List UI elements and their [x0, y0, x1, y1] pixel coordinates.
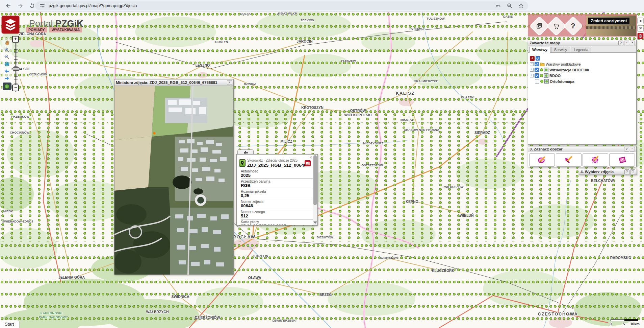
layer-checkbox[interactable] — [535, 73, 539, 78]
zoom-slider-handle[interactable] — [13, 67, 19, 71]
map-contents-panel: Zawartość mapy ? − × Warstwy Serwisy Leg… — [528, 40, 637, 145]
identify-info-icon[interactable] — [3, 83, 11, 90]
full-extent-globe-icon[interactable] — [3, 61, 11, 68]
thumbnail-popup-header[interactable]: Miniatura zdjęcia: ZDJ_2025_RGB_512_0064… — [114, 79, 233, 86]
feature-pin-button[interactable] — [239, 159, 246, 167]
select-photos-header[interactable]: 4. Wybierz zdjęcia ? □ — [579, 169, 637, 175]
site-info-icon[interactable] — [39, 3, 45, 9]
edge-record-button[interactable] — [637, 33, 644, 39]
feature-info-panel: × Skorowidz - Zdjęcia lotnicze 2025 ZDJ_… — [236, 154, 318, 226]
previous-view-icon[interactable] — [3, 68, 11, 75]
layer-checkbox[interactable] — [535, 79, 539, 84]
tab-serwisy[interactable]: Serwisy — [551, 47, 570, 52]
thumbnail-close-button[interactable]: × — [227, 80, 232, 85]
select-area-title: 3. Zaznacz obszar — [530, 147, 563, 151]
scale-bar: 0 5 10km — [608, 318, 643, 327]
layer-checkbox[interactable] — [535, 68, 539, 72]
photo-thumbnail-popup: Miniatura zdjęcia: ZDJ_2025_RGB_512_0064… — [114, 79, 234, 275]
feature-image-button[interactable] — [305, 160, 311, 166]
draw-freehand-icon — [591, 156, 600, 164]
panel-minimize-button[interactable]: − — [630, 147, 635, 151]
map-layer-icon — [544, 73, 548, 78]
layer-status-dot — [540, 74, 543, 77]
field-label: Numer szeregu — [241, 210, 313, 214]
layer-row-ortofotomapa[interactable]: Ortofotomapa — [530, 78, 635, 84]
back-icon[interactable] — [5, 2, 12, 9]
reload-icon[interactable] — [29, 2, 35, 9]
url-text[interactable]: pzgik.geoportal.gov.pl/imap/?gpmap=gpZdj… — [49, 3, 490, 8]
expand-icon[interactable]: + — [530, 74, 534, 77]
scale-label-5: 5 — [623, 322, 625, 326]
zoom-out-icon[interactable] — [3, 53, 11, 61]
change-assortment-button[interactable]: Zmień asortyment — [586, 16, 636, 36]
record-icon — [638, 34, 643, 38]
zoom-indicator-icon[interactable] — [507, 3, 513, 9]
panel-minimize-button[interactable]: − — [624, 41, 629, 45]
tab-wyszukiwania[interactable]: WYSZUKIWANIA — [49, 27, 82, 32]
draw-freehand-button[interactable] — [583, 153, 608, 167]
panel-restore-button[interactable]: □ — [630, 169, 635, 174]
select-photos-panel: 4. Wybierz zdjęcia ? □ — [579, 169, 637, 175]
panel-close-button[interactable]: × — [630, 41, 635, 45]
next-view-icon[interactable] — [3, 75, 11, 82]
map-contents-header[interactable]: Zawartość mapy ? − × — [528, 40, 636, 46]
scale-label-10: 10km — [630, 322, 640, 326]
layer-label: Wizualizacja BDOT10k — [549, 68, 589, 72]
scroll-down-icon[interactable] — [313, 221, 317, 224]
portal-nav: POMIARY WYSZUKIWANIA — [26, 27, 82, 32]
feature-scrollbar[interactable] — [313, 155, 317, 225]
browser-toolbar: pzgik.geoportal.gov.pl/imap/?gpmap=gpZdj… — [0, 0, 644, 12]
aerial-photo-thumbnail[interactable] — [114, 86, 233, 275]
root-checkbox[interactable] — [536, 56, 540, 61]
expand-icon[interactable]: + — [530, 68, 534, 72]
layer-checkbox[interactable] — [535, 62, 539, 66]
tab-warstwy[interactable]: Warstwy — [529, 47, 550, 53]
draw-circle-button[interactable] — [529, 153, 555, 167]
layer-label: BDOO — [549, 74, 561, 78]
field-value: 2025 — [241, 173, 313, 178]
panel-help-button[interactable]: ? — [618, 41, 623, 45]
add-layer-button[interactable]: + — [530, 56, 535, 61]
forward-icon[interactable] — [17, 2, 24, 9]
copy-icon — [533, 20, 546, 32]
bookmark-star-icon[interactable] — [518, 3, 524, 9]
layer-row-bdoo[interactable]: + BDOO — [530, 73, 635, 78]
layer-row-warstwy-podkladowe[interactable]: − Warstwy podkładowe — [530, 61, 635, 67]
select-area-header[interactable]: 3. Zaznacz obszar ? − — [528, 146, 636, 152]
select-photos-title: 4. Wybierz zdjęcia — [581, 170, 614, 174]
draw-arrow-button[interactable] — [556, 153, 582, 167]
scale-bar-graphic — [611, 319, 638, 321]
cart-icon — [550, 20, 563, 32]
scrollbar-thumb[interactable] — [313, 155, 317, 205]
start-button[interactable]: Start — [0, 320, 20, 328]
location-pin-icon — [240, 161, 244, 165]
tab-legenda[interactable]: Legenda — [571, 47, 591, 52]
field-value: 00646 — [241, 204, 313, 208]
field-value: 25.06.21.537.000.2025 — [241, 224, 313, 226]
password-key-icon[interactable] — [495, 3, 501, 9]
panel-help-button[interactable]: ? — [624, 147, 629, 151]
layer-label: Ortofotomapa — [550, 79, 574, 84]
zoom-slider-plus-button[interactable]: + — [12, 36, 19, 43]
edge-dot-button[interactable] — [637, 18, 644, 24]
field-label: Przestrzeń barwna — [241, 180, 313, 183]
layer-row-bdot10k[interactable]: + Wizualizacja BDOT10k — [530, 67, 635, 73]
layer-tree: + − Warstwy podkładowe + Wizualizacja BD… — [528, 53, 636, 87]
field-row: Przestrzeń barwna RGB — [241, 180, 313, 189]
thumbnail-popup-title: Miniatura zdjęcia: ZDJ_2025_RGB_512_0064… — [116, 80, 217, 85]
edge-settings-button[interactable] — [637, 25, 644, 32]
feature-close-button[interactable]: × — [310, 155, 312, 160]
tab-pomiary[interactable]: POMIARY — [26, 27, 47, 32]
pzgik-logo[interactable] — [2, 16, 19, 33]
layers-tabstrip: Warstwy Serwisy Legenda — [528, 46, 636, 53]
draw-circle-icon — [538, 156, 546, 164]
map-layer-icon — [544, 79, 549, 84]
zoom-slider-minus-button[interactable]: − — [12, 85, 19, 91]
address-bar[interactable]: pzgik.geoportal.gov.pl/imap/?gpmap=gpZdj… — [35, 1, 528, 10]
panel-help-button[interactable]: ? — [624, 169, 629, 174]
collapse-icon[interactable]: − — [530, 62, 534, 66]
draw-polygon-button[interactable] — [609, 153, 635, 167]
pan-hand-icon[interactable] — [3, 39, 11, 46]
zoom-in-icon[interactable] — [3, 46, 11, 53]
field-row: Aktualność 2025 — [241, 169, 313, 179]
